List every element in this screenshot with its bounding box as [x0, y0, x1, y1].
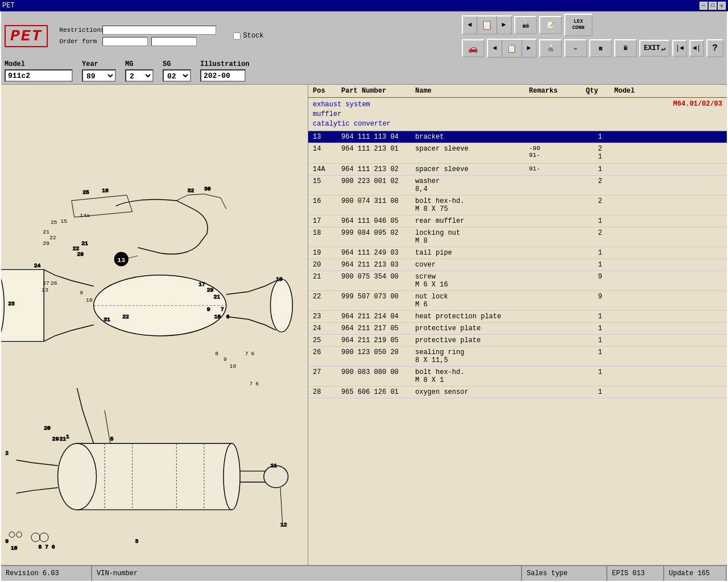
table-row[interactable]: 23 964 211 214 04 heat protection plate …	[308, 311, 727, 323]
svg-point-10	[270, 279, 292, 332]
table-row[interactable]: 27 900 083 080 00 bolt hex-hd.M 8 X 1 1	[308, 367, 727, 386]
model-input[interactable]	[5, 69, 73, 82]
name-28: oxygen sensor	[415, 388, 529, 396]
car-btn[interactable]: 🚗	[462, 39, 485, 57]
order-form-input1[interactable]	[102, 37, 148, 46]
col-model: Model	[614, 87, 660, 95]
nav-center-btn2[interactable]: 📋	[502, 40, 522, 57]
minimize-button[interactable]: ─	[700, 2, 708, 10]
restrictions-label: Restrictions	[59, 27, 99, 34]
grid-btn[interactable]: ▦	[589, 39, 612, 57]
stock-label: Stock	[243, 32, 263, 40]
table-row[interactable]: 28 965 606 126 01 oxygen sensor 1	[308, 386, 727, 398]
update-label: Update 165	[669, 569, 710, 577]
pos-22: 22	[313, 293, 341, 309]
table-row[interactable]: 16 900 074 311 08 bolt hex-hd.M 8 X 75 2	[308, 196, 727, 215]
year-select[interactable]: 89	[82, 69, 116, 82]
maximize-button[interactable]: □	[709, 2, 717, 10]
nav-center-btn1[interactable]: 📋	[477, 16, 497, 34]
model-26	[614, 348, 660, 364]
lex-conn-label: LEXCONN	[572, 19, 585, 31]
mg-select[interactable]: 2	[125, 69, 154, 82]
svg-text:24: 24	[34, 263, 41, 269]
name-25: protective plate	[415, 336, 529, 344]
qty-23: 1	[586, 313, 614, 321]
stock-checkbox[interactable]	[233, 32, 241, 40]
restrictions-input[interactable]	[102, 26, 216, 35]
diagram-panel[interactable]: 25 16 22 21 29 32 30	[1, 85, 308, 565]
svg-text:7: 7	[245, 351, 249, 357]
svg-text:5: 5	[110, 436, 114, 442]
table-row[interactable]: 20 964 211 213 03 cover 1	[308, 259, 727, 271]
remarks-14: -9091-	[529, 145, 586, 161]
table-row[interactable]: 18 999 084 095 02 locking nutM 8 2	[308, 227, 727, 247]
svg-text:23: 23	[42, 287, 48, 293]
prev-arrow-btn2[interactable]: ◄	[488, 40, 502, 57]
col-qty: Qty	[586, 87, 614, 95]
table-row[interactable]: 14A 964 111 213 02 spacer sleeve 91- 1	[308, 164, 727, 176]
table-row[interactable]: 26 900 123 050 20 sealing ring8 X 11,5 1	[308, 347, 727, 367]
svg-text:10: 10	[86, 297, 93, 304]
table-row[interactable]: 21 900 075 354 00 screwM 6 X 16 9	[308, 271, 727, 291]
pos-19: 19	[313, 249, 341, 257]
first-btn[interactable]: |◄	[672, 40, 687, 57]
qty-20: 1	[586, 261, 614, 269]
category-row: exhaust system muffler catalytic convert…	[308, 98, 727, 131]
pet-logo: PET	[5, 25, 48, 47]
remarks-17	[529, 217, 586, 225]
lex-conn-button[interactable]: LEXCONN	[564, 14, 593, 36]
sg-select[interactable]: 02	[163, 69, 191, 82]
pnum-17: 964 111 046 05	[341, 217, 415, 225]
svg-text:14a: 14a	[80, 213, 90, 219]
calc-icon: 🖩	[623, 45, 628, 52]
print-btn[interactable]: 🖨️	[539, 39, 562, 57]
svg-text:10: 10	[11, 545, 18, 551]
svg-text:7: 7	[45, 544, 48, 550]
illustration-field: Illustration	[200, 60, 249, 82]
next-arrow-btn2[interactable]: ►	[522, 40, 536, 57]
calc-btn[interactable]: 🖩	[614, 39, 637, 57]
name-18: locking nutM 8	[415, 229, 529, 245]
content: 25 16 22 21 29 32 30	[1, 85, 727, 565]
pen-btn[interactable]: ✏️	[564, 39, 587, 57]
note-btn[interactable]: 📝	[539, 16, 562, 34]
model-27	[614, 368, 660, 384]
table-row[interactable]: 24 964 211 217 05 protective plate 1	[308, 323, 727, 335]
name-14a: spacer sleeve	[415, 165, 529, 173]
table-row[interactable]: 19 964 111 249 03 tail pipe 1	[308, 247, 727, 259]
pnum-24: 964 211 217 05	[341, 325, 415, 332]
toolbar-right: ◄ 📋 ► 📷 📝 LEXCONN	[462, 14, 723, 58]
model-19	[614, 249, 660, 257]
camera-btn[interactable]: 📷	[514, 16, 537, 34]
prev-arrow-btn[interactable]: ◄	[463, 16, 477, 34]
illustration-input[interactable]	[200, 69, 246, 82]
table-row[interactable]: 25 964 211 219 05 protective plate 1	[308, 335, 727, 347]
svg-text:29: 29	[43, 240, 49, 247]
svg-text:21: 21	[43, 229, 49, 235]
svg-text:29: 29	[77, 251, 84, 257]
svg-point-28	[58, 443, 97, 510]
order-form-input2[interactable]	[151, 37, 197, 46]
table-row[interactable]: 15 900 223 001 02 washer8,4 2	[308, 176, 727, 196]
table-row[interactable]: 17 964 111 046 05 rear muffler 1	[308, 215, 727, 227]
name-22: nut lockM 6	[415, 293, 529, 309]
name-26: sealing ring8 X 11,5	[415, 348, 529, 364]
table-row[interactable]: 14 964 111 213 01 spacer sleeve -9091- 2…	[308, 143, 727, 164]
pnum-19: 964 111 249 03	[341, 249, 415, 257]
status-vin: VIN-number	[92, 566, 522, 581]
remarks-25	[529, 336, 586, 344]
svg-text:9: 9	[5, 538, 9, 544]
parts-list[interactable]: 13 964 111 113 04 bracket 1 14 964 111 2…	[308, 131, 727, 565]
next-arrow-btn[interactable]: ►	[497, 16, 511, 34]
model-24	[614, 325, 660, 332]
help-button[interactable]: ?	[706, 39, 723, 57]
epis-label: EPIS 013	[612, 569, 645, 577]
pos-13: 13	[313, 133, 341, 141]
exit-button[interactable]: EXIT ↵	[639, 40, 670, 57]
model-15	[614, 177, 660, 193]
last-btn[interactable]: ◄|	[689, 40, 704, 57]
table-row[interactable]: 22 999 507 073 00 nut lockM 6 9	[308, 291, 727, 311]
status-bar: Revision 6.03 VIN-number Sales type EPIS…	[1, 565, 727, 581]
table-row[interactable]: 13 964 111 113 04 bracket 1	[308, 131, 727, 143]
close-button[interactable]: ✕	[718, 2, 726, 10]
